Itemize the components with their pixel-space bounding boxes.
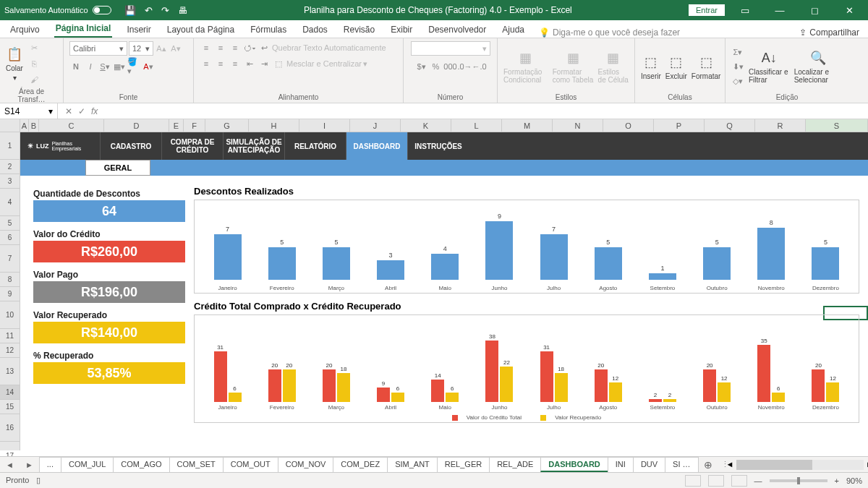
sheet-tab[interactable]: ...: [39, 457, 61, 472]
tab-pagina-inicial[interactable]: Página Inicial: [54, 20, 113, 38]
cut-icon[interactable]: ✂: [27, 41, 41, 54]
format-painter-icon[interactable]: 🖌: [27, 73, 41, 86]
cell-styles-button[interactable]: ▦Estilos de Célula: [598, 49, 629, 84]
bold-icon[interactable]: N: [69, 60, 82, 73]
autosave-toggle[interactable]: Salvamento Automático: [4, 6, 111, 14]
share-button[interactable]: ⇪ Compartilhar: [799, 27, 868, 38]
merge-icon[interactable]: ⬚: [272, 57, 285, 70]
font-name-select[interactable]: Calibri▾: [69, 41, 127, 56]
comma-icon[interactable]: 000: [444, 60, 457, 73]
nav-simulacao[interactable]: SIMULAÇÃO DE ANTECIPAÇÃO: [223, 132, 284, 160]
close-icon[interactable]: ✕: [835, 5, 864, 16]
tab-desenvolvedor[interactable]: Desenvolvedor: [427, 22, 488, 38]
scroll-left-icon[interactable]: ◄: [726, 460, 734, 468]
align-top-icon[interactable]: ≡: [200, 41, 213, 54]
clear-icon[interactable]: ◇▾: [731, 74, 744, 87]
enter-formula-icon[interactable]: ✓: [78, 106, 85, 116]
nav-relatorio[interactable]: RELATÓRIO: [284, 132, 346, 160]
maximize-icon[interactable]: ◻: [800, 5, 829, 16]
redo-icon[interactable]: ↷: [161, 5, 169, 16]
print-icon[interactable]: 🖶: [178, 5, 187, 16]
wrap-text-icon[interactable]: ↩: [258, 41, 271, 54]
format-cells-button[interactable]: ⬚Formatar: [692, 53, 721, 80]
signin-button[interactable]: Entrar: [689, 4, 725, 16]
zoom-slider[interactable]: [770, 479, 827, 482]
dec-decimal-icon[interactable]: ←.0: [473, 60, 486, 73]
currency-icon[interactable]: $▾: [415, 60, 428, 73]
font-size-select[interactable]: 12▾: [129, 41, 153, 56]
horizontal-scrollbar[interactable]: ◄►: [736, 460, 864, 470]
normal-view-icon[interactable]: [685, 475, 701, 487]
sheet-tab[interactable]: REL_GER: [437, 457, 490, 472]
sheet-tab[interactable]: COM_AGO: [113, 457, 169, 472]
align-center-icon[interactable]: ≡: [214, 57, 227, 70]
delete-cells-button[interactable]: ⬚Excluir: [665, 53, 687, 80]
format-table-button[interactable]: ▦Formatar como Tabela: [553, 49, 594, 84]
undo-icon[interactable]: ↶: [145, 5, 153, 16]
macro-record-icon[interactable]: ▯: [36, 476, 41, 484]
align-middle-icon[interactable]: ≡: [214, 41, 227, 54]
align-left-icon[interactable]: ≡: [200, 57, 213, 70]
italic-icon[interactable]: I: [84, 60, 97, 73]
sheet-tab[interactable]: DASHBOARD: [540, 457, 608, 472]
chart-credito[interactable]: 3162020201896146382231182012222012356201…: [194, 314, 859, 423]
tab-nav-next[interactable]: ►: [20, 461, 39, 469]
tab-arquivo[interactable]: Arquivo: [9, 22, 41, 38]
orientation-icon[interactable]: ⭯▾: [243, 41, 256, 54]
page-layout-view-icon[interactable]: [708, 475, 724, 487]
nav-dashboard[interactable]: DASHBOARD: [346, 132, 407, 160]
fill-color-icon[interactable]: 🪣▾: [127, 60, 140, 73]
minimize-icon[interactable]: —: [765, 5, 794, 16]
nav-instrucoes[interactable]: INSTRUÇÕES: [407, 132, 469, 160]
worksheet[interactable]: 1 2 3 4 5 6 7 8 9 10 11 12 13 14 15 16 1…: [0, 132, 868, 450]
nav-compra[interactable]: COMPRA DE CRÉDITO: [161, 132, 223, 160]
sheet-tab[interactable]: COM_DEZ: [333, 457, 388, 472]
align-bottom-icon[interactable]: ≡: [229, 41, 242, 54]
tab-inserir[interactable]: Inserir: [125, 22, 152, 38]
column-headers[interactable]: A B C D E F G H I J K L M N O P Q R S: [0, 119, 868, 132]
tab-ajuda[interactable]: Ajuda: [501, 22, 526, 38]
border-icon[interactable]: ▦▾: [113, 60, 126, 73]
tab-dados[interactable]: Dados: [301, 22, 329, 38]
sheet-tab[interactable]: REL_ADE: [489, 457, 541, 472]
font-color-icon[interactable]: A▾: [142, 60, 155, 73]
nav-cadastro[interactable]: CADASTRO: [100, 132, 161, 160]
chart-descontos[interactable]: 755349751585 JaneiroFevereiroMarçoAbrilM…: [194, 200, 859, 294]
fx-icon[interactable]: fx: [91, 106, 98, 116]
sheet-tab[interactable]: COM_JUL: [61, 457, 114, 472]
sheet-tab[interactable]: SIM_ANT: [387, 457, 438, 472]
sort-filter-button[interactable]: A↓Classificar e Filtrar: [749, 49, 790, 84]
increase-font-icon[interactable]: A▴: [155, 42, 168, 55]
tab-nav-prev[interactable]: ◄: [0, 461, 20, 469]
number-format-select[interactable]: ▾: [411, 41, 490, 56]
indent-dec-icon[interactable]: ⇤: [243, 57, 256, 70]
conditional-format-button[interactable]: ▦Formatação Condicional: [503, 49, 548, 84]
zoom-out-icon[interactable]: —: [754, 476, 762, 485]
tab-exibir[interactable]: Exibir: [389, 22, 414, 38]
find-select-button[interactable]: 🔍Localizar e Selecionar: [794, 49, 843, 84]
name-box[interactable]: S14▾: [0, 103, 58, 119]
inc-decimal-icon[interactable]: .0→: [459, 60, 472, 73]
toggle-off-icon[interactable]: [93, 6, 111, 14]
paste-button[interactable]: 📋Colar▾: [6, 46, 23, 82]
align-right-icon[interactable]: ≡: [229, 57, 242, 70]
insert-cells-button[interactable]: ⬚Inserir: [641, 53, 661, 80]
subnav-geral[interactable]: GERAL: [85, 160, 150, 176]
sheet-tab[interactable]: COM_SET: [169, 457, 224, 472]
decrease-font-icon[interactable]: A▾: [169, 42, 182, 55]
row-headers[interactable]: 1 2 3 4 5 6 7 8 9 10 11 12 13 14 15 16 1…: [0, 132, 20, 450]
percent-icon[interactable]: %: [430, 60, 443, 73]
tab-revisao[interactable]: Revisão: [342, 22, 376, 38]
indent-inc-icon[interactable]: ⇥: [258, 57, 271, 70]
sheet-tab[interactable]: DUV: [633, 457, 665, 472]
zoom-in-icon[interactable]: +: [835, 476, 839, 485]
underline-icon[interactable]: S▾: [98, 60, 111, 73]
tab-layout[interactable]: Layout da Página: [166, 22, 236, 38]
sheet-tab[interactable]: COM_NOV: [278, 457, 334, 472]
cancel-formula-icon[interactable]: ✕: [65, 106, 72, 116]
sheet-tab[interactable]: SI …: [665, 457, 698, 472]
copy-icon[interactable]: ⎘: [27, 57, 41, 70]
sheet-tab[interactable]: INI: [608, 457, 634, 472]
zoom-level[interactable]: 90%: [846, 476, 862, 485]
tell-me-search[interactable]: 💡 Diga-me o que você deseja fazer: [539, 27, 786, 38]
